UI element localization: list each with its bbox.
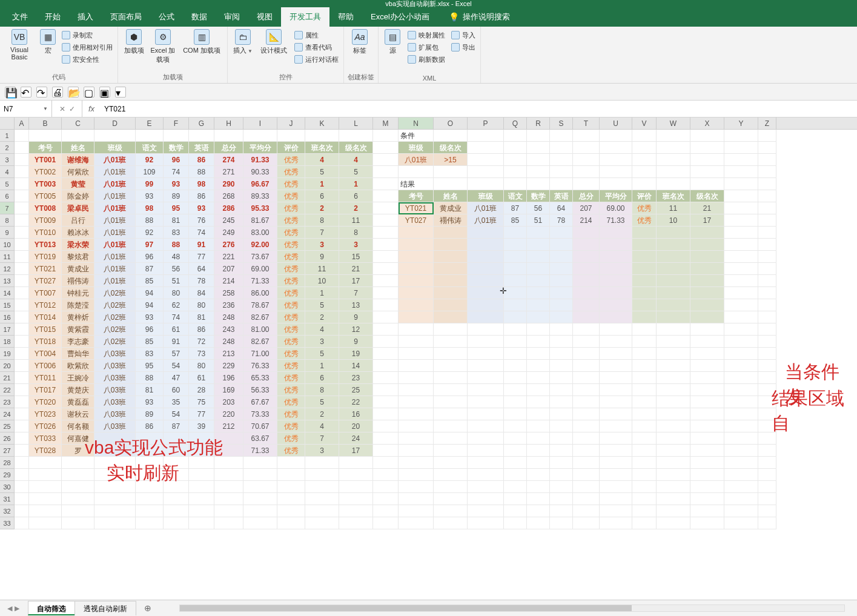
cell[interactable] (136, 130, 164, 142)
cell[interactable] (550, 323, 573, 336)
ribbon-tab-视图[interactable]: 视图 (248, 7, 281, 27)
cell-id[interactable]: YT021 (29, 263, 62, 275)
ribbon-tab-页面布局[interactable]: 页面布局 (102, 7, 150, 27)
cell[interactable] (399, 457, 434, 469)
cell[interactable] (15, 166, 29, 178)
cell[interactable] (527, 142, 550, 154)
cell-classrank[interactable]: 1 (305, 178, 339, 190)
cell[interactable] (758, 323, 776, 336)
result-header[interactable]: 考号 (399, 190, 434, 202)
cell[interactable] (573, 457, 600, 469)
cell[interactable] (724, 469, 758, 481)
macros-button[interactable]: ▦宏 (39, 29, 57, 55)
cell[interactable] (468, 505, 504, 517)
cell[interactable] (550, 469, 573, 481)
sheet-nav[interactable]: ◀▶ (7, 604, 19, 612)
cell-chinese[interactable]: 93 (136, 396, 164, 408)
cell[interactable] (632, 481, 657, 493)
cell[interactable] (504, 336, 527, 348)
cell[interactable] (724, 166, 758, 178)
namebox-dropdown-icon[interactable]: ▼ (43, 106, 48, 111)
sheet-tab-透视自动刷新[interactable]: 透视自动刷新 (74, 601, 136, 615)
cell[interactable] (690, 384, 724, 396)
cell[interactable] (504, 396, 527, 408)
cell[interactable] (600, 493, 632, 505)
cell[interactable] (15, 505, 29, 517)
cell-id[interactable]: YT017 (29, 384, 62, 396)
tell-me[interactable]: 💡 操作说明搜索 (449, 12, 510, 22)
cell[interactable] (15, 420, 29, 432)
cell[interactable] (550, 299, 573, 311)
cell[interactable] (600, 227, 632, 239)
cell-classrank[interactable]: 1 (305, 360, 339, 372)
cell[interactable] (214, 469, 243, 481)
cell-avg[interactable]: 91.33 (243, 154, 277, 166)
cell[interactable] (164, 505, 189, 517)
cell[interactable] (468, 481, 504, 493)
row-header-10[interactable]: 10 (0, 239, 15, 251)
row-header-21[interactable]: 21 (0, 372, 15, 384)
cell-english[interactable]: 72 (189, 336, 214, 348)
cell[interactable] (632, 396, 657, 408)
cell[interactable] (550, 384, 573, 396)
cell[interactable] (277, 481, 305, 493)
row-header-30[interactable]: 30 (0, 481, 15, 493)
cell[interactable] (632, 445, 657, 457)
cell-class[interactable]: 八01班 (94, 154, 136, 166)
result-header[interactable]: 平均分 (600, 190, 632, 202)
cell[interactable] (632, 408, 657, 420)
cell[interactable] (94, 505, 136, 517)
cell-id[interactable]: YT010 (29, 227, 62, 239)
cell-id[interactable]: YT015 (29, 323, 62, 336)
cell[interactable] (724, 251, 758, 263)
cell-avg[interactable]: 56.33 (243, 384, 277, 396)
cell[interactable] (15, 493, 29, 505)
cell[interactable] (573, 287, 600, 299)
cell[interactable] (15, 190, 29, 202)
cell[interactable] (504, 420, 527, 432)
cell-math[interactable]: 74 (164, 311, 189, 323)
cell[interactable] (657, 469, 690, 481)
cell[interactable] (724, 408, 758, 420)
result-header[interactable]: 班级 (468, 190, 504, 202)
cell-name[interactable]: 黎炫君 (62, 251, 94, 263)
result-header[interactable]: 班名次 (657, 190, 690, 202)
sheet-prev-icon[interactable]: ◀ (7, 604, 12, 612)
row-header-32[interactable]: 32 (0, 505, 15, 517)
cell[interactable] (573, 154, 600, 166)
ribbon-tab-Excel办公小动画[interactable]: Excel办公小动画 (362, 7, 438, 27)
row-header-31[interactable]: 31 (0, 493, 15, 505)
cell[interactable] (550, 251, 573, 263)
cell-math[interactable]: 62 (164, 299, 189, 311)
cell[interactable] (468, 299, 504, 311)
cell[interactable] (15, 239, 29, 251)
cell[interactable] (399, 299, 434, 311)
cell-english[interactable]: 73 (189, 348, 214, 360)
cell-name[interactable]: 谢秋云 (62, 408, 94, 420)
cell[interactable] (550, 432, 573, 445)
cell[interactable] (373, 372, 399, 384)
cell-total[interactable]: 214 (214, 275, 243, 287)
cell[interactable] (690, 445, 724, 457)
cell-eval[interactable]: 优秀 (277, 239, 305, 251)
cell[interactable] (724, 239, 758, 251)
cell[interactable] (758, 287, 776, 299)
cell[interactable] (434, 227, 468, 239)
result-classrank[interactable]: 10 (657, 214, 690, 227)
col-header-C[interactable]: C (62, 118, 94, 129)
cell[interactable] (504, 263, 527, 275)
cell[interactable] (758, 130, 776, 142)
cell[interactable] (373, 360, 399, 372)
cell[interactable] (373, 348, 399, 360)
cell-avg[interactable]: 81.00 (243, 323, 277, 336)
cell-total[interactable]: 213 (214, 348, 243, 360)
cell-chinese[interactable]: 92 (136, 154, 164, 166)
result-eval[interactable]: 优秀 (632, 202, 657, 214)
cell[interactable] (468, 493, 504, 505)
cell-english[interactable] (189, 445, 214, 457)
cell[interactable] (600, 372, 632, 384)
result-class[interactable]: 八01班 (468, 214, 504, 227)
cell-class[interactable]: 八02班 (94, 311, 136, 323)
cell[interactable] (62, 505, 94, 517)
cell-chinese[interactable]: 89 (136, 408, 164, 420)
